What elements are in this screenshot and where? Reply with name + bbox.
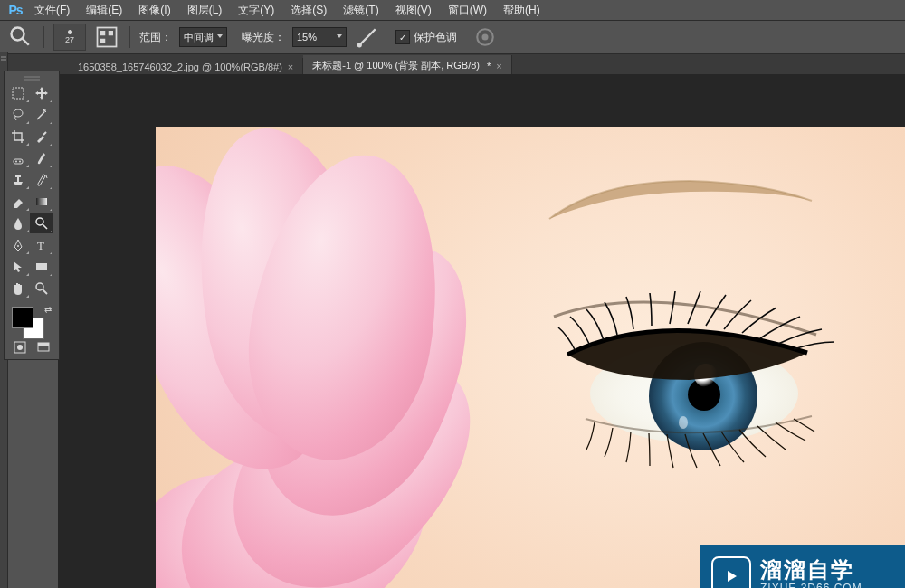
watermark-title: 溜溜自学 — [760, 558, 862, 582]
watermark-subtitle: ZIXUE.3D66.COM — [760, 582, 862, 588]
eraser-tool[interactable] — [6, 192, 30, 212]
svg-line-23 — [43, 289, 47, 294]
document-tab-2[interactable]: 未标题-1 @ 100% (背景 副本, RGB/8)* × — [303, 55, 511, 76]
screenmode-icon[interactable] — [33, 338, 54, 356]
clone-stamp-tool[interactable] — [6, 170, 30, 190]
menu-layer[interactable]: 图层(L) — [180, 1, 230, 20]
svg-rect-16 — [36, 198, 47, 205]
svg-point-6 — [357, 43, 362, 47]
play-icon — [711, 556, 751, 588]
close-icon[interactable]: × — [288, 62, 293, 72]
svg-rect-9 — [13, 88, 24, 99]
crop-tool[interactable] — [6, 127, 30, 147]
svg-point-10 — [14, 109, 23, 117]
menu-file[interactable]: 文件(F) — [27, 1, 77, 20]
tool-preset-icon[interactable] — [7, 24, 34, 51]
protect-tones-label: 保护色调 — [414, 30, 457, 45]
document-tab-1[interactable]: 1650358_165746032_2.jpg @ 100%(RGB/8#) × — [69, 58, 303, 76]
swap-colors-icon[interactable]: ⇄ — [44, 305, 52, 315]
healing-brush-tool[interactable] — [6, 148, 30, 168]
foreground-color[interactable] — [12, 307, 33, 328]
menu-image[interactable]: 图像(I) — [131, 1, 177, 20]
brush-preset-picker[interactable]: 27 — [53, 24, 86, 51]
options-bar: 27 范围： 中间调 曝光度： 15% ✓ 保护色调 — [0, 21, 905, 54]
panel-grip[interactable] — [6, 73, 57, 81]
brush-panel-icon[interactable] — [93, 24, 120, 51]
svg-point-12 — [15, 161, 17, 163]
menu-type[interactable]: 文字(Y) — [231, 1, 281, 20]
svg-point-22 — [36, 283, 43, 290]
protect-tones-group[interactable]: ✓ 保护色调 — [395, 30, 457, 45]
history-brush-tool[interactable] — [30, 170, 53, 190]
close-icon[interactable]: × — [496, 61, 501, 71]
canvas-area: 溜溜自学 ZIXUE.3D66.COM — [58, 74, 905, 588]
rectangle-tool[interactable] — [30, 257, 53, 277]
protect-tones-checkbox[interactable]: ✓ — [395, 30, 410, 44]
svg-point-8 — [482, 34, 489, 41]
color-swatches[interactable]: ⇄ — [6, 303, 57, 336]
eyedropper-tool[interactable] — [30, 127, 53, 147]
svg-line-18 — [43, 224, 47, 229]
type-tool[interactable]: T — [30, 235, 53, 255]
brush-size-label: 27 — [65, 35, 74, 44]
quickmask-icon[interactable] — [9, 338, 31, 356]
magic-wand-tool[interactable] — [30, 105, 53, 125]
svg-point-13 — [19, 161, 21, 163]
svg-rect-11 — [14, 159, 23, 164]
svg-line-1 — [23, 39, 29, 45]
lasso-tool[interactable] — [6, 105, 30, 125]
app-logo: Ps — [5, 0, 25, 20]
pressure-size-icon[interactable] — [472, 24, 499, 51]
menu-view[interactable]: 视图(V) — [388, 1, 439, 20]
brush-tool[interactable] — [30, 148, 53, 168]
canvas-image — [527, 289, 853, 461]
menu-filter[interactable]: 滤镜(T) — [336, 1, 386, 20]
svg-point-17 — [36, 218, 43, 225]
menu-select[interactable]: 选择(S) — [283, 1, 334, 20]
move-tool[interactable] — [30, 83, 53, 103]
svg-point-25 — [17, 345, 23, 350]
dodge-tool[interactable] — [30, 213, 53, 233]
svg-rect-15 — [15, 175, 21, 177]
marquee-tool[interactable] — [6, 83, 30, 103]
svg-rect-2 — [98, 28, 117, 47]
tools-panel: T ⇄ — [4, 71, 60, 360]
menu-bar: Ps 文件(F) 编辑(E) 图像(I) 图层(L) 文字(Y) 选择(S) 滤… — [0, 0, 905, 21]
document-canvas[interactable]: 溜溜自学 ZIXUE.3D66.COM — [156, 127, 905, 588]
menu-help[interactable]: 帮助(H) — [496, 1, 548, 20]
canvas-image — [156, 127, 500, 588]
exposure-label: 曝光度： — [242, 30, 285, 45]
svg-rect-4 — [109, 31, 113, 35]
svg-rect-5 — [100, 39, 105, 43]
svg-marker-28 — [728, 571, 737, 582]
canvas-image — [545, 174, 816, 228]
svg-rect-3 — [100, 31, 105, 35]
svg-point-0 — [12, 28, 24, 41]
range-select[interactable]: 中间调 — [179, 27, 227, 47]
blur-tool[interactable] — [6, 213, 30, 233]
airbrush-icon[interactable] — [354, 24, 381, 51]
svg-text:T: T — [37, 239, 44, 252]
exposure-input[interactable]: 15% — [292, 27, 347, 47]
svg-point-19 — [17, 245, 19, 247]
hand-tool[interactable] — [6, 279, 30, 299]
pen-tool[interactable] — [6, 235, 30, 255]
watermark-badge: 溜溜自学 ZIXUE.3D66.COM — [700, 545, 905, 588]
svg-rect-27 — [38, 343, 49, 346]
gradient-tool[interactable] — [30, 192, 53, 212]
zoom-tool[interactable] — [30, 279, 53, 299]
menu-window[interactable]: 窗口(W) — [441, 1, 494, 20]
edit-mode-group — [6, 337, 57, 357]
menu-edit[interactable]: 编辑(E) — [79, 1, 129, 20]
svg-rect-21 — [36, 263, 47, 270]
range-label: 范围： — [139, 30, 172, 45]
path-selection-tool[interactable] — [6, 257, 30, 277]
